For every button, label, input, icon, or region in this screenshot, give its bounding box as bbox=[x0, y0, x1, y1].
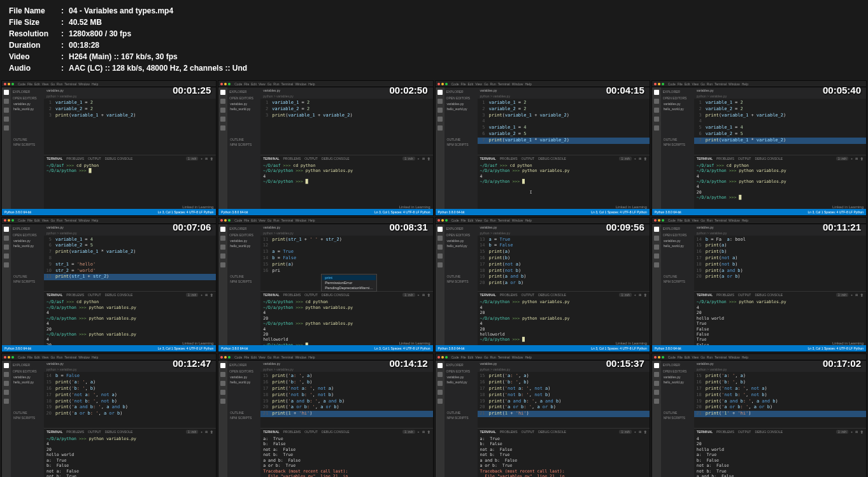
menu-item[interactable]: Terminal bbox=[64, 355, 76, 359]
terminal-trash-icon[interactable]: 🗑 bbox=[860, 293, 864, 297]
menu-item[interactable]: Help bbox=[742, 82, 748, 86]
scm-icon[interactable] bbox=[438, 381, 443, 386]
terminal-add-icon[interactable]: + bbox=[201, 430, 203, 434]
menu-item[interactable]: Terminal bbox=[498, 355, 510, 359]
sidebar-file[interactable]: variables.py bbox=[662, 238, 693, 243]
menu-item[interactable]: Edit bbox=[468, 355, 474, 359]
menu-item[interactable]: Code bbox=[452, 82, 459, 86]
code-line[interactable]: 14b = False bbox=[44, 373, 216, 380]
terminal-split-icon[interactable]: ⊞ bbox=[422, 430, 425, 434]
terminal-split-icon[interactable]: ⊞ bbox=[639, 293, 641, 297]
open-editors-header[interactable]: OPEN EDITORS bbox=[446, 95, 476, 101]
extensions-icon[interactable] bbox=[438, 125, 443, 131]
menu-item[interactable]: Window bbox=[512, 82, 523, 86]
menu-item[interactable]: View bbox=[475, 218, 482, 222]
search-icon[interactable] bbox=[654, 372, 659, 377]
terminal-output[interactable]: ~/D/asf >>> cd python ~/D/a/python >>> p… bbox=[478, 162, 650, 209]
sidebar-file[interactable]: variables.py bbox=[12, 101, 43, 106]
terminal-tab[interactable]: DEBUG CONSOLE bbox=[322, 157, 350, 160]
menu-item[interactable]: Help bbox=[308, 218, 315, 222]
menu-item[interactable]: Window bbox=[295, 355, 306, 359]
terminal-split-icon[interactable]: ⊞ bbox=[422, 157, 425, 160]
status-position[interactable]: Ln 3, Col 1 Spaces: 4 UTF-8 LF Python bbox=[374, 346, 430, 350]
terminal-split-icon[interactable]: ⊞ bbox=[855, 157, 858, 160]
window-controls[interactable] bbox=[654, 356, 664, 359]
sidebar-file[interactable]: variables.py bbox=[446, 238, 476, 243]
code-editor[interactable]: 1variable_1 = 22variable_2 = 23print(var… bbox=[260, 99, 432, 155]
shell-selector[interactable]: 1: zsh bbox=[186, 293, 198, 297]
scm-icon[interactable] bbox=[4, 245, 9, 250]
menu-item[interactable]: Window bbox=[78, 82, 90, 86]
terminal-add-icon[interactable]: + bbox=[851, 293, 853, 297]
terminal-output[interactable]: a: True b: False not a: False not b: Tru… bbox=[260, 435, 432, 477]
shell-selector[interactable]: 1: zsh bbox=[186, 430, 198, 434]
window-controls[interactable] bbox=[4, 219, 14, 222]
sidebar-file[interactable]: hello_world.py bbox=[12, 243, 43, 248]
shell-selector[interactable]: 1: zsh bbox=[402, 157, 415, 160]
terminal-output[interactable]: ~/D/a/python >>> python variables.py 4 2… bbox=[694, 298, 866, 345]
menu-item[interactable]: Code bbox=[452, 218, 459, 222]
menu-item[interactable]: File bbox=[678, 82, 683, 86]
code-line[interactable]: 20print(a or b) bbox=[694, 274, 866, 280]
menu-item[interactable]: View bbox=[692, 355, 699, 359]
terminal-output[interactable]: ~/D/asf >>> cd python ~/D/a/python >>> p… bbox=[260, 162, 432, 209]
terminal-trash-icon[interactable]: 🗑 bbox=[427, 430, 430, 434]
code-editor[interactable]: 13a = True14b = False15print(a)16print(b… bbox=[478, 236, 650, 292]
scm-icon[interactable] bbox=[4, 381, 9, 386]
menu-item[interactable]: View bbox=[692, 218, 699, 222]
menu-item[interactable]: Window bbox=[512, 355, 523, 359]
code-editor[interactable]: 1variable_1 = 22variable_2 = 23print(var… bbox=[694, 99, 866, 155]
code-line[interactable]: 1variable_1 = 2 bbox=[260, 100, 432, 106]
terminal-tab[interactable]: DEBUG CONSOLE bbox=[105, 157, 133, 160]
explorer-icon[interactable] bbox=[4, 90, 9, 95]
code-line[interactable]: 15print(a) bbox=[260, 262, 432, 268]
terminal-tab[interactable]: DEBUG CONSOLE bbox=[538, 157, 566, 160]
terminal-tab[interactable]: TERMINAL bbox=[697, 293, 713, 297]
terminal-trash-icon[interactable]: 🗑 bbox=[644, 293, 647, 297]
npm-section[interactable]: NPM SCRIPTS bbox=[229, 279, 259, 284]
menu-item[interactable]: Help bbox=[525, 82, 531, 86]
sidebar-file[interactable]: variables.py bbox=[662, 374, 693, 380]
scm-icon[interactable] bbox=[4, 108, 9, 113]
code-line[interactable]: 6variable_2 = 5 bbox=[478, 131, 650, 138]
code-line[interactable]: 19print(a and b) bbox=[694, 268, 866, 274]
code-line[interactable]: 3print(variable_1 + variable_2) bbox=[478, 113, 650, 119]
code-line[interactable]: 19print('a and b: ', a and b) bbox=[260, 399, 432, 405]
terminal-trash-icon[interactable]: 🗑 bbox=[210, 157, 213, 160]
code-editor[interactable]: 14b = False15print('a: ', a)16print('b: … bbox=[44, 372, 216, 428]
code-line[interactable]: 17print('not a: ', not a) bbox=[478, 386, 650, 392]
outline-section[interactable]: OUTLINE bbox=[662, 137, 693, 142]
status-python[interactable]: Python 3.8.0 64-bit bbox=[655, 346, 681, 350]
menu-item[interactable]: Go bbox=[267, 82, 272, 86]
shell-selector[interactable]: 1: zsh bbox=[186, 157, 198, 160]
window-controls[interactable] bbox=[220, 83, 231, 85]
code-editor[interactable]: 15print('a: ', a)16print('b: ', b)17prin… bbox=[694, 372, 866, 428]
terminal-tab[interactable]: OUTPUT bbox=[304, 293, 318, 297]
menu-item[interactable]: View bbox=[42, 218, 49, 222]
code-line[interactable]: 2variable_2 = 2 bbox=[44, 106, 216, 113]
sidebar-file[interactable]: variables.py bbox=[446, 374, 476, 380]
extensions-icon[interactable] bbox=[654, 262, 659, 267]
debug-icon[interactable] bbox=[654, 253, 659, 259]
sidebar-file[interactable]: hello_world.py bbox=[446, 380, 476, 385]
terminal-tab[interactable]: PROBLEMS bbox=[500, 430, 518, 434]
terminal-add-icon[interactable]: + bbox=[201, 293, 203, 297]
code-line[interactable]: 20print('a or b: ', a or b) bbox=[260, 404, 432, 411]
extensions-icon[interactable] bbox=[654, 399, 659, 404]
code-line[interactable]: 19print('a and b: ', a and b) bbox=[478, 399, 650, 405]
terminal-tab[interactable]: OUTPUT bbox=[304, 430, 318, 434]
terminal-tab[interactable]: OUTPUT bbox=[522, 293, 535, 297]
extensions-icon[interactable] bbox=[220, 399, 225, 404]
terminal-trash-icon[interactable]: 🗑 bbox=[860, 157, 864, 160]
code-line[interactable]: 17print('not a: ', not a) bbox=[694, 386, 866, 392]
code-line[interactable]: 20print(a or b) bbox=[478, 280, 650, 287]
search-icon[interactable] bbox=[4, 372, 9, 377]
explorer-icon[interactable] bbox=[654, 90, 659, 95]
menu-item[interactable]: Run bbox=[273, 82, 279, 86]
terminal-tab[interactable]: DEBUG CONSOLE bbox=[322, 430, 350, 434]
outline-section[interactable]: OUTLINE bbox=[229, 137, 259, 142]
menu-item[interactable]: Run bbox=[57, 218, 62, 222]
status-position[interactable]: Ln 3, Col 1 Spaces: 4 UTF-8 LF Python bbox=[591, 346, 647, 350]
search-icon[interactable] bbox=[438, 99, 443, 104]
terminal-tab[interactable]: PROBLEMS bbox=[66, 157, 84, 160]
